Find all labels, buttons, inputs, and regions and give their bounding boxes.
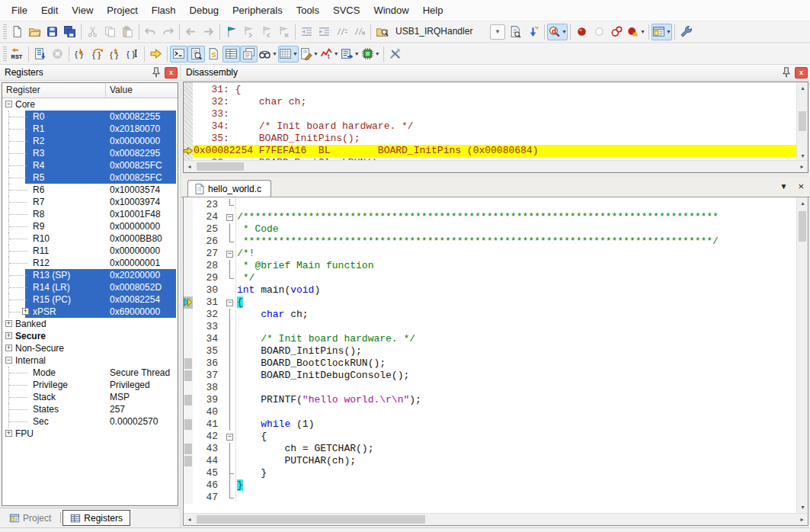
function-combo-value[interactable]: USB1_IRQHandler [392, 24, 490, 40]
bp-disable-all-button[interactable] [608, 24, 626, 40]
executable-line-mark[interactable] [184, 395, 192, 405]
step-out-button[interactable]: { } [107, 46, 124, 62]
register-row-mode[interactable]: ModeSecure Thread [2, 367, 178, 379]
fold-margin[interactable] [225, 370, 235, 382]
menu-edit[interactable]: Edit [34, 1, 65, 20]
register-row-fpu[interactable]: +FPU [2, 428, 178, 440]
fold-margin[interactable]: − [225, 248, 235, 260]
cut-button[interactable] [84, 24, 101, 40]
register-row-xpsr[interactable]: +xPSR0x69000000 [2, 306, 178, 318]
tree-collapse-icon[interactable]: − [5, 101, 12, 107]
serial-window-button[interactable]: ▼ [299, 46, 319, 62]
register-row-states[interactable]: States257 [2, 403, 178, 415]
fold-collapse-icon[interactable]: − [226, 434, 233, 441]
fold-margin[interactable] [225, 223, 235, 236]
system-viewer-button[interactable]: ▼ [360, 46, 381, 62]
fold-collapse-icon[interactable]: − [226, 300, 233, 306]
reset-button[interactable]: RST [8, 46, 26, 62]
configure-button[interactable] [677, 24, 695, 40]
window-layout-button[interactable]: ▼ [652, 24, 672, 40]
menu-view[interactable]: View [65, 1, 100, 20]
toolbar-grip[interactable] [3, 46, 7, 62]
window-layout-dropdown-icon[interactable]: ▼ [666, 29, 671, 34]
register-row-r3[interactable]: R30x00082295 [2, 147, 178, 159]
breakpoint-gutter[interactable] [184, 370, 193, 382]
executable-line-mark[interactable] [184, 456, 192, 466]
register-row-internal[interactable]: −Internal [2, 354, 178, 367]
breakpoint-gutter[interactable] [184, 431, 193, 443]
fold-margin[interactable] [225, 284, 235, 296]
register-row-r2[interactable]: R20x00000000 [2, 135, 178, 147]
toolbar-grip[interactable] [3, 24, 7, 40]
breakpoint-gutter[interactable] [184, 296, 193, 309]
function-combo-dropdown-icon[interactable]: ▼ [490, 24, 505, 40]
save-all-button[interactable] [61, 24, 78, 40]
fold-margin[interactable] [225, 467, 235, 479]
fold-margin[interactable] [225, 357, 235, 370]
step-into-button[interactable]: { } [72, 46, 89, 62]
executable-line-mark[interactable] [184, 358, 192, 369]
new-file-button[interactable] [8, 24, 26, 40]
disassembly-window-button[interactable] [187, 46, 205, 62]
redo-button[interactable] [159, 24, 177, 40]
close-icon[interactable]: x [795, 67, 808, 79]
watch-window-dropdown-icon[interactable]: ▼ [272, 51, 277, 56]
tree-expand-icon[interactable]: + [5, 320, 12, 327]
bottom-tab-project[interactable]: Project [2, 510, 59, 526]
register-row-r6[interactable]: R60x10003574 [2, 184, 178, 196]
register-row-r12[interactable]: R120x00000001 [2, 257, 178, 269]
undo-button[interactable] [142, 24, 159, 40]
breakpoint-gutter[interactable] [184, 248, 193, 260]
nav-forward-button[interactable] [200, 24, 217, 40]
system-viewer-dropdown-icon[interactable]: ▼ [375, 51, 380, 56]
register-row-r8[interactable]: R80x10001F48 [2, 208, 178, 220]
fold-margin[interactable] [225, 406, 235, 418]
register-row-r7[interactable]: R70x10003974 [2, 196, 178, 208]
run-to-cursor-button[interactable]: { } [124, 46, 142, 62]
breakpoint-gutter[interactable] [184, 199, 193, 211]
register-row-r1[interactable]: R10x20180070 [2, 123, 178, 135]
register-row-r4[interactable]: R40x000825FC [2, 159, 178, 171]
register-row-secure[interactable]: +Secure [2, 330, 178, 342]
pin-icon[interactable] [150, 67, 162, 79]
fold-margin[interactable] [225, 321, 235, 333]
incremental-find-button[interactable] [524, 24, 542, 40]
breakpoint-gutter[interactable] [184, 272, 193, 284]
fold-margin[interactable] [225, 199, 235, 211]
fold-margin[interactable] [225, 333, 235, 345]
analysis-window-button[interactable]: t▼ [319, 46, 340, 62]
watch-window-button[interactable]: ▼ [258, 46, 278, 62]
fold-margin[interactable] [225, 382, 235, 394]
executable-line-mark[interactable] [184, 370, 192, 381]
breakpoint-gutter[interactable] [184, 260, 193, 272]
fold-margin[interactable] [225, 272, 235, 284]
breakpoint-gutter[interactable] [184, 236, 193, 248]
executable-line-mark[interactable] [184, 419, 192, 430]
breakpoint-gutter[interactable] [184, 223, 193, 236]
register-row-r0[interactable]: R00x00082255 [2, 111, 178, 123]
menu-flash[interactable]: Flash [145, 1, 183, 20]
bookmark-clear-button[interactable] [275, 24, 293, 40]
debug-session-dropdown-icon[interactable]: ▼ [562, 29, 567, 34]
disassembly-vscrollbar[interactable]: ▴ ▾ [796, 82, 808, 162]
register-row-r11[interactable]: R110x00000000 [2, 245, 178, 257]
breakpoint-gutter[interactable] [184, 357, 193, 370]
command-window-button[interactable] [170, 46, 187, 62]
trace-window-button[interactable]: ▼ [340, 46, 360, 62]
breakpoint-gutter[interactable] [184, 418, 193, 431]
bp-insert-button[interactable] [573, 24, 591, 40]
serial-window-dropdown-icon[interactable]: ▼ [313, 51, 319, 56]
bookmark-prev-button[interactable] [258, 24, 275, 40]
fold-margin[interactable] [225, 236, 235, 248]
executable-line-mark[interactable] [184, 444, 192, 454]
fold-margin[interactable] [225, 418, 235, 431]
breakpoint-gutter[interactable] [184, 406, 193, 418]
breakpoint-gutter[interactable] [184, 309, 193, 321]
fold-margin[interactable] [225, 479, 235, 492]
tree-expand-icon[interactable]: + [22, 308, 29, 315]
register-row-r5[interactable]: R50x000825FC [2, 171, 178, 184]
register-row-r9[interactable]: R90x00000000 [2, 220, 178, 232]
tab-close-icon[interactable]: × [798, 181, 804, 192]
fold-margin[interactable] [225, 455, 235, 467]
bp-enable-button[interactable] [591, 24, 608, 40]
